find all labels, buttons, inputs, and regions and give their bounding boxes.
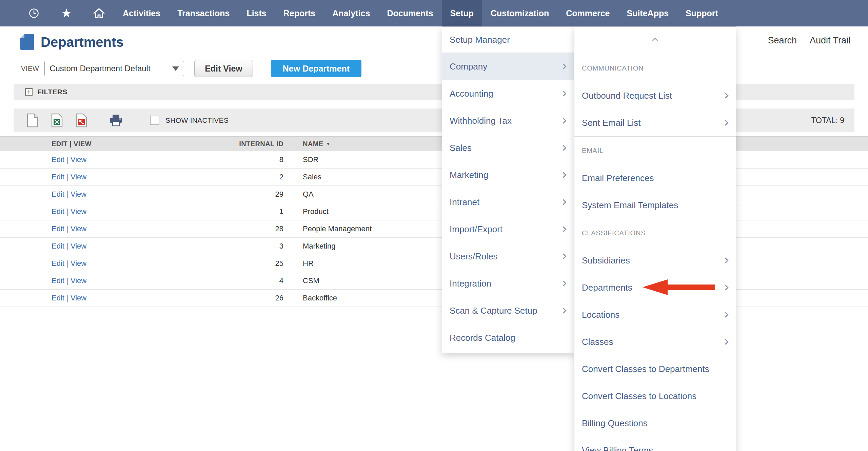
view-link[interactable]: View [71, 190, 86, 198]
home-icon[interactable] [89, 3, 109, 23]
annotation-arrow [643, 279, 716, 296]
edit-link[interactable]: Edit [52, 207, 64, 216]
view-link[interactable]: View [71, 259, 86, 268]
primary-nav: ActivitiesTransactionsListsReportsAnalyt… [114, 0, 727, 26]
company-menu-item-classes[interactable]: Classes [574, 328, 736, 355]
table-row: Edit | View29QA [0, 186, 868, 203]
menu-item-label: Convert Classes to Locations [582, 391, 696, 401]
internal-id-cell: 4 [190, 276, 283, 285]
column-header-internal-id[interactable]: INTERNAL ID [190, 140, 283, 148]
view-link[interactable]: View [71, 173, 86, 181]
nav-item-activities[interactable]: Activities [114, 0, 169, 26]
column-header-edit-view[interactable]: EDIT | VIEW [0, 140, 190, 148]
setup-menu-item-marketing[interactable]: Marketing [442, 161, 574, 189]
view-link[interactable]: View [71, 224, 86, 233]
edit-view-button[interactable]: Edit View [194, 60, 253, 77]
table-row: Edit | View3Marketing [0, 238, 868, 255]
company-menu-item-outbound-request-list[interactable]: Outbound Request List [574, 82, 736, 109]
menu-item-label: Setup Manager [450, 35, 510, 45]
internal-id-cell: 3 [190, 242, 283, 251]
view-link[interactable]: View [71, 294, 86, 302]
edit-link[interactable]: Edit [52, 155, 64, 164]
setup-menu-item-scan-capture-setup[interactable]: Scan & Capture Setup [442, 297, 574, 324]
shortcuts-star-icon[interactable]: ★ [56, 3, 77, 23]
table-row: Edit | View26Backoffice [0, 290, 868, 307]
total-count: TOTAL: 9 [811, 116, 844, 125]
nav-item-commerce[interactable]: Commerce [557, 0, 618, 26]
setup-menu-item-setup-manager[interactable]: Setup Manager [442, 27, 574, 53]
csv-export-icon[interactable] [25, 113, 40, 128]
print-icon[interactable] [108, 113, 123, 128]
edit-link[interactable]: Edit [52, 294, 64, 302]
company-menu-item-sent-email-list[interactable]: Sent Email List [574, 109, 736, 136]
company-menu-item-view-billing-terms[interactable]: View Billing Terms [574, 437, 736, 451]
company-menu-item-billing-questions[interactable]: Billing Questions [574, 410, 736, 437]
global-search-link[interactable]: Search [768, 35, 797, 46]
menu-item-label: System Email Templates [582, 200, 678, 211]
view-link[interactable]: View [71, 276, 86, 285]
edit-link[interactable]: Edit [52, 276, 64, 285]
table-row: Edit | View4CSM [0, 272, 868, 290]
link-separator: | [64, 173, 71, 181]
pdf-export-icon[interactable] [74, 113, 89, 128]
menu-item-label: Users/Roles [450, 251, 498, 262]
edit-view-cell: Edit | View [0, 242, 190, 251]
company-menu-item-system-email-templates[interactable]: System Email Templates [574, 192, 736, 219]
menu-item-label: Outbound Request List [582, 91, 672, 101]
company-menu-item-convert-classes-to-departments[interactable]: Convert Classes to Departments [574, 355, 736, 383]
audit-trail-link[interactable]: Audit Trail [810, 35, 850, 46]
view-link[interactable]: View [71, 207, 86, 216]
nav-item-setup[interactable]: Setup [442, 0, 482, 26]
menu-scroll-up[interactable] [574, 27, 736, 54]
setup-menu-item-users-roles[interactable]: Users/Roles [442, 243, 574, 270]
menu-item-label: Classes [582, 337, 613, 347]
internal-id-cell: 2 [190, 173, 283, 181]
show-inactives-checkbox[interactable] [150, 116, 159, 125]
setup-menu-item-intranet[interactable]: Intranet [442, 189, 574, 216]
new-department-button[interactable]: New Department [271, 60, 361, 77]
menu-item-label: Sales [450, 143, 472, 153]
edit-link[interactable]: Edit [52, 190, 64, 198]
edit-link[interactable]: Edit [52, 173, 64, 181]
view-link[interactable]: View [71, 155, 86, 164]
setup-menu-item-import-export[interactable]: Import/Export [442, 216, 574, 243]
nav-item-support[interactable]: Support [677, 0, 727, 26]
excel-export-icon[interactable] [50, 113, 64, 128]
company-menu-item-convert-classes-to-locations[interactable]: Convert Classes to Locations [574, 383, 736, 410]
view-link[interactable]: View [71, 242, 86, 250]
menu-section-header-classifications: CLASSIFICATIONS [574, 219, 736, 247]
setup-menu-item-integration[interactable]: Integration [442, 270, 574, 297]
menu-item-label: Locations [582, 310, 619, 320]
view-select[interactable]: Custom Department Default [44, 61, 184, 76]
edit-link[interactable]: Edit [52, 224, 64, 233]
company-menu-item-email-preferences[interactable]: Email Preferences [574, 164, 736, 192]
company-menu-item-subsidiaries[interactable]: Subsidiaries [574, 247, 736, 274]
menu-item-label: Accounting [450, 89, 493, 99]
nav-item-reports[interactable]: Reports [275, 0, 324, 26]
nav-item-suiteapps[interactable]: SuiteApps [618, 0, 677, 26]
nav-item-transactions[interactable]: Transactions [169, 0, 238, 26]
menu-item-label: Integration [450, 278, 491, 289]
edit-view-cell: Edit | View [0, 190, 190, 199]
setup-menu-item-records-catalog[interactable]: Records Catalog [442, 324, 574, 351]
internal-id-cell: 28 [190, 224, 283, 233]
setup-menu-item-accounting[interactable]: Accounting [442, 80, 574, 107]
submenu-chevron-icon [723, 339, 729, 345]
nav-icon-group: ★ [0, 0, 109, 26]
edit-link[interactable]: Edit [52, 242, 64, 250]
nav-item-analytics[interactable]: Analytics [324, 0, 378, 26]
recent-records-icon[interactable] [24, 3, 44, 23]
nav-item-customization[interactable]: Customization [482, 0, 557, 26]
link-separator: | [64, 207, 71, 216]
menu-item-label: Departments [582, 282, 632, 293]
setup-menu-item-withholding-tax[interactable]: Withholding Tax [442, 107, 574, 134]
nav-item-documents[interactable]: Documents [378, 0, 441, 26]
show-inactives-label: SHOW INACTIVES [165, 116, 229, 124]
edit-link[interactable]: Edit [52, 259, 64, 268]
table-row: Edit | View2Sales [0, 169, 868, 186]
company-menu-item-locations[interactable]: Locations [574, 301, 736, 328]
setup-menu-item-company[interactable]: Company [442, 53, 574, 80]
setup-menu-item-sales[interactable]: Sales [442, 134, 574, 161]
menu-section-header-communication: COMMUNICATION [574, 54, 736, 82]
nav-item-lists[interactable]: Lists [238, 0, 275, 26]
